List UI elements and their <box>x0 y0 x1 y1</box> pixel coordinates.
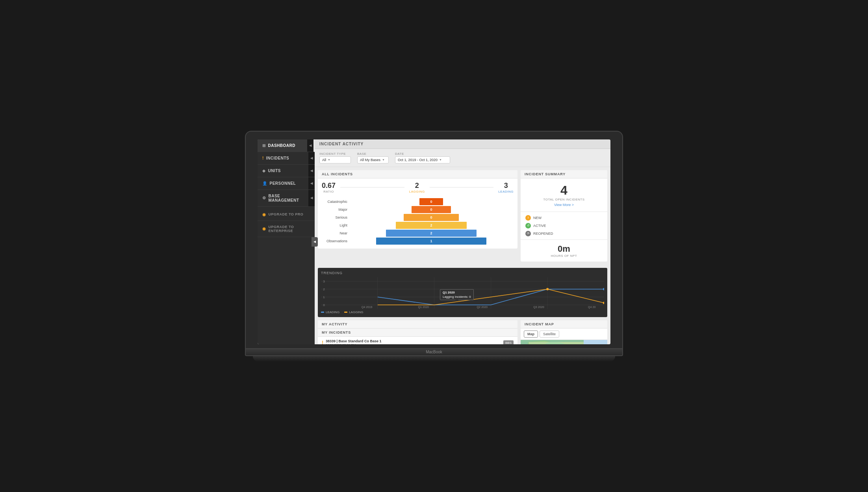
personnel-icon: 👤 <box>262 181 267 186</box>
sidebar-item-upgrade-enterprise[interactable]: ◉ UPGRADE TO ENTERPRISE <box>258 221 315 237</box>
base-select[interactable]: All My Bases ▼ <box>357 156 389 163</box>
pyramid-label-light: Light <box>322 223 347 227</box>
dashboard-icon: ⊞ <box>262 143 266 148</box>
lagging-legend-label: LAGGING <box>349 310 363 314</box>
date-label: DATE <box>395 152 450 156</box>
svg-text:Q4 2019: Q4 2019 <box>362 306 373 309</box>
lagging-label: LAGGING <box>409 190 425 193</box>
upgrade-pro-icon: ◉ <box>262 212 266 217</box>
base-label: BASE <box>357 152 389 156</box>
map-tab-map[interactable]: Map <box>524 330 538 338</box>
section-header: INCIDENT ACTIVITY <box>315 139 610 149</box>
stat-divider-2 <box>430 187 494 188</box>
pyramid-bar-wrap-near: 2 <box>349 230 514 237</box>
pyramid-row-serious: Serious 0 <box>322 214 514 221</box>
trending-title: TRENDING <box>321 271 604 275</box>
date-chevron: ▼ <box>439 158 442 161</box>
sidebar-collapse-button[interactable]: ◀ <box>312 237 318 247</box>
date-filter: DATE Oct 1, 2019 - Oct 1, 2020 ▼ <box>395 152 450 163</box>
base-value: All My Bases <box>360 158 380 162</box>
sidebar-item-base-management[interactable]: ⚙ BASE MANAGEMENT ◀ <box>258 190 315 207</box>
units-icon: ◈ <box>262 169 266 173</box>
base-filter: BASE All My Bases ▼ <box>357 152 389 163</box>
view-more-link[interactable]: View More > <box>554 203 574 207</box>
legend-leading: LEADING <box>321 310 339 314</box>
svg-text:1: 1 <box>323 295 325 299</box>
sidebar-item-upgrade-pro[interactable]: ◉ UPGRADE TO PRO <box>258 208 315 221</box>
date-value: Oct 1, 2019 - Oct 1, 2020 <box>398 158 438 162</box>
map-display: United States MT ND <box>521 340 607 344</box>
dashboard-arrow: ◀ <box>307 139 313 152</box>
units-arrow: ◀ <box>308 165 315 177</box>
sidebar-item-incidents[interactable]: ! INCIDENTS ◀ <box>258 152 315 165</box>
svg-text:0: 0 <box>323 303 325 307</box>
activity-header: MY ACTIVITY <box>318 320 517 329</box>
base-management-icon: ⚙ <box>262 196 266 200</box>
pyramid-bar-wrap-serious: 0 <box>349 214 514 221</box>
incident-date-1: 10/01/2020 03:11 PM <box>326 343 501 344</box>
svg-text:Q4 20: Q4 20 <box>588 306 596 309</box>
ratio-label: RATIO <box>323 190 334 193</box>
pyramid-chart: Catastrophic 0 Major 0 <box>318 197 517 249</box>
laptop-base: MacBook <box>245 349 623 356</box>
sidebar-item-personnel[interactable]: 👤 PERSONNEL ◀ <box>258 177 315 190</box>
ratio-stat: 0.67 RATIO <box>322 182 336 193</box>
incident-info-1: 38339 | Base Standard Co Base 1 10/01/20… <box>326 339 501 344</box>
warning-icon-1: ! <box>322 340 323 344</box>
pyramid-bar-observations: 1 <box>376 238 486 245</box>
laptop: ⊞ DASHBOARD ◀ ! INCIDENTS ◀ ◈ UNITS ◀ 👤 … <box>245 131 623 362</box>
laptop-bottom <box>253 356 615 362</box>
map-tab-satellite[interactable]: Satellite <box>540 330 559 338</box>
incident-summary-header: INCIDENT SUMMARY <box>521 170 607 178</box>
pyramid-bar-wrap-major: 0 <box>349 206 514 213</box>
npt-value: 0m <box>558 244 570 254</box>
svg-text:Q3 2020: Q3 2020 <box>533 306 544 309</box>
page-title: INCIDENT ACTIVITY <box>319 142 364 146</box>
incident-map-card: INCIDENT MAP Map Satellite <box>521 320 607 344</box>
date-select[interactable]: Oct 1, 2019 - Oct 1, 2020 ▼ <box>395 156 450 163</box>
pyramid-row-light: Light 2 <box>322 222 514 229</box>
svg-text:3: 3 <box>323 280 325 283</box>
status-new: ! NEW <box>525 215 603 221</box>
pyramid-bar-serious: 0 <box>404 214 459 221</box>
pyramid-bar-wrap-observations: 1 <box>349 238 514 245</box>
lagging-stat: 2 LAGGING <box>409 182 425 193</box>
all-incidents-card: ALL INCIDENTS 0.67 RATIO 2 LAGGING <box>318 170 517 249</box>
screen: ⊞ DASHBOARD ◀ ! INCIDENTS ◀ ◈ UNITS ◀ 👤 … <box>258 139 610 344</box>
pyramid-bar-wrap-catastrophic: 0 <box>349 198 514 205</box>
pyramid-label-observations: Observations <box>322 239 347 243</box>
upgrade-enterprise-icon: ◉ <box>262 227 266 231</box>
sidebar-label-personnel: PERSONNEL <box>270 181 296 186</box>
sidebar: ⊞ DASHBOARD ◀ ! INCIDENTS ◀ ◈ UNITS ◀ 👤 … <box>258 139 315 344</box>
incidents-stats: 0.67 RATIO 2 LAGGING 3 <box>318 178 517 197</box>
incident-type-select[interactable]: All ▼ <box>319 156 351 163</box>
incidents-arrow: ◀ <box>308 152 315 164</box>
my-incidents-header: MY INCIDENTS <box>318 329 517 337</box>
svg-text:Q1 2020: Q1 2020 <box>418 306 429 309</box>
pyramid-bar-near: 2 <box>386 230 477 237</box>
sidebar-item-dashboard[interactable]: ⊞ DASHBOARD ◀ <box>258 139 315 152</box>
leading-dot <box>321 312 324 313</box>
lagging-dot <box>344 312 347 313</box>
new-icon: ! <box>525 215 531 221</box>
tooltip-label: Lagging Incidents: 0 <box>443 295 471 299</box>
sidebar-label-units: UNITS <box>268 169 281 173</box>
table-row[interactable]: ! 38339 | Base Standard Co Base 1 10/01/… <box>318 337 517 344</box>
incident-map-header: INCIDENT MAP <box>521 320 607 329</box>
svg-point-19 <box>603 302 604 304</box>
pyramid-row-near: Near 2 <box>322 230 514 237</box>
active-icon: ↺ <box>525 223 531 228</box>
pyramid-bar-catastrophic: 0 <box>419 198 443 205</box>
personnel-arrow: ◀ <box>308 177 315 189</box>
active-label: ACTIVE <box>533 224 546 228</box>
screen-bezel: ⊞ DASHBOARD ◀ ! INCIDENTS ◀ ◈ UNITS ◀ 👤 … <box>245 131 623 349</box>
sidebar-item-units[interactable]: ◈ UNITS ◀ <box>258 165 315 177</box>
leading-stat: 3 LEADING <box>498 182 514 193</box>
pyramid-label-near: Near <box>322 231 347 235</box>
svg-point-18 <box>603 288 604 290</box>
trending-card: TRENDING <box>318 268 607 317</box>
incident-type-chevron: ▼ <box>328 158 330 161</box>
incident-title-1: 38339 | Base Standard Co Base 1 <box>326 339 501 343</box>
base-management-arrow: ◀ <box>308 190 315 206</box>
ratio-value: 0.67 <box>322 182 336 190</box>
